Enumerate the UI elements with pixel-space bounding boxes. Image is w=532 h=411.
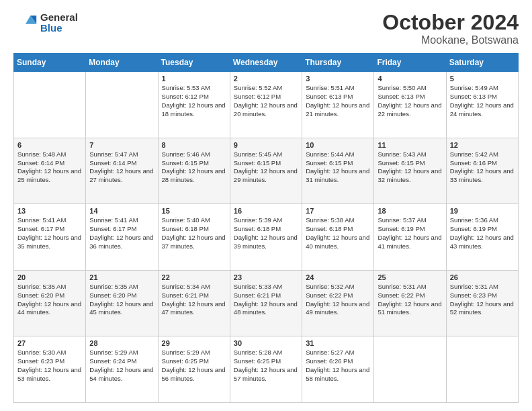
day-info: Sunrise: 5:53 AM Sunset: 6:12 PM Dayligh…	[162, 84, 226, 118]
day-cell: 29Sunrise: 5:29 AM Sunset: 6:25 PM Dayli…	[158, 336, 230, 403]
day-info: Sunrise: 5:45 AM Sunset: 6:15 PM Dayligh…	[234, 150, 298, 185]
day-info: Sunrise: 5:40 AM Sunset: 6:18 PM Dayligh…	[162, 216, 226, 250]
day-number: 1	[162, 75, 226, 83]
day-number: 11	[378, 141, 442, 149]
day-cell: 30Sunrise: 5:28 AM Sunset: 6:25 PM Dayli…	[230, 336, 302, 403]
day-number: 5	[450, 75, 515, 83]
day-number: 16	[234, 207, 298, 215]
day-number: 22	[162, 273, 226, 281]
day-info: Sunrise: 5:35 AM Sunset: 6:20 PM Dayligh…	[17, 283, 82, 317]
day-cell: 31Sunrise: 5:27 AM Sunset: 6:26 PM Dayli…	[302, 336, 374, 403]
page: General Blue October 2024 Mookane, Botsw…	[0, 0, 532, 411]
week-row-5: 27Sunrise: 5:30 AM Sunset: 6:23 PM Dayli…	[14, 336, 519, 403]
day-info: Sunrise: 5:48 AM Sunset: 6:14 PM Dayligh…	[17, 150, 82, 185]
day-info: Sunrise: 5:28 AM Sunset: 6:25 PM Dayligh…	[234, 349, 298, 383]
day-info: Sunrise: 5:31 AM Sunset: 6:22 PM Dayligh…	[378, 283, 442, 317]
day-number: 20	[17, 273, 82, 281]
day-cell: 21Sunrise: 5:35 AM Sunset: 6:20 PM Dayli…	[86, 270, 158, 336]
day-cell: 15Sunrise: 5:40 AM Sunset: 6:18 PM Dayli…	[158, 204, 230, 271]
day-cell: 2Sunrise: 5:52 AM Sunset: 6:12 PM Daylig…	[230, 72, 302, 138]
day-header-tuesday: Tuesday	[158, 54, 230, 72]
day-info: Sunrise: 5:41 AM Sunset: 6:17 PM Dayligh…	[89, 216, 154, 250]
day-cell: 8Sunrise: 5:46 AM Sunset: 6:15 PM Daylig…	[158, 138, 230, 204]
day-number: 4	[378, 75, 442, 83]
day-cell: 6Sunrise: 5:48 AM Sunset: 6:14 PM Daylig…	[14, 138, 86, 204]
logo-blue: Blue	[40, 23, 78, 34]
day-info: Sunrise: 5:49 AM Sunset: 6:13 PM Dayligh…	[450, 84, 515, 118]
day-number: 9	[234, 141, 298, 149]
day-number: 15	[162, 207, 226, 215]
day-info: Sunrise: 5:30 AM Sunset: 6:23 PM Dayligh…	[17, 349, 82, 383]
day-header-saturday: Saturday	[446, 54, 518, 72]
day-cell: 17Sunrise: 5:38 AM Sunset: 6:18 PM Dayli…	[302, 204, 374, 271]
day-number: 30	[234, 339, 298, 347]
day-header-sunday: Sunday	[14, 54, 86, 72]
day-header-thursday: Thursday	[302, 54, 374, 72]
day-info: Sunrise: 5:44 AM Sunset: 6:15 PM Dayligh…	[306, 150, 370, 185]
day-number: 10	[306, 141, 370, 149]
day-cell: 16Sunrise: 5:39 AM Sunset: 6:18 PM Dayli…	[230, 204, 302, 271]
day-info: Sunrise: 5:50 AM Sunset: 6:13 PM Dayligh…	[378, 84, 442, 118]
logo: General Blue	[13, 11, 78, 35]
day-cell: 27Sunrise: 5:30 AM Sunset: 6:23 PM Dayli…	[14, 336, 86, 403]
calendar-table: SundayMondayTuesdayWednesdayThursdayFrid…	[13, 53, 519, 403]
logo-text: General Blue	[40, 12, 78, 34]
day-header-wednesday: Wednesday	[230, 54, 302, 72]
day-info: Sunrise: 5:43 AM Sunset: 6:15 PM Dayligh…	[378, 150, 442, 185]
day-cell: 11Sunrise: 5:43 AM Sunset: 6:15 PM Dayli…	[374, 138, 446, 204]
day-cell: 12Sunrise: 5:42 AM Sunset: 6:16 PM Dayli…	[446, 138, 518, 204]
day-number: 12	[450, 141, 515, 149]
day-info: Sunrise: 5:33 AM Sunset: 6:21 PM Dayligh…	[234, 283, 298, 317]
calendar-header-row: SundayMondayTuesdayWednesdayThursdayFrid…	[14, 54, 519, 72]
day-number: 27	[17, 339, 82, 347]
day-cell: 25Sunrise: 5:31 AM Sunset: 6:22 PM Dayli…	[374, 270, 446, 336]
day-number: 26	[450, 273, 515, 281]
day-cell: 1Sunrise: 5:53 AM Sunset: 6:12 PM Daylig…	[158, 72, 230, 138]
day-number: 6	[17, 141, 82, 149]
calendar-title: October 2024	[382, 11, 519, 34]
day-info: Sunrise: 5:31 AM Sunset: 6:23 PM Dayligh…	[450, 283, 515, 317]
day-info: Sunrise: 5:38 AM Sunset: 6:18 PM Dayligh…	[306, 216, 370, 250]
day-cell: 9Sunrise: 5:45 AM Sunset: 6:15 PM Daylig…	[230, 138, 302, 204]
day-cell: 4Sunrise: 5:50 AM Sunset: 6:13 PM Daylig…	[374, 72, 446, 138]
day-info: Sunrise: 5:46 AM Sunset: 6:15 PM Dayligh…	[162, 150, 226, 185]
day-info: Sunrise: 5:35 AM Sunset: 6:20 PM Dayligh…	[89, 283, 154, 317]
logo-general: General	[40, 12, 78, 24]
day-header-monday: Monday	[86, 54, 158, 72]
day-info: Sunrise: 5:27 AM Sunset: 6:26 PM Dayligh…	[306, 349, 370, 383]
logo-icon	[13, 11, 38, 35]
day-number: 3	[306, 75, 370, 83]
day-number: 18	[378, 207, 442, 215]
title-block: October 2024 Mookane, Botswana	[382, 11, 519, 46]
day-number: 7	[89, 141, 154, 149]
day-number: 14	[89, 207, 154, 215]
day-info: Sunrise: 5:36 AM Sunset: 6:19 PM Dayligh…	[450, 216, 515, 250]
day-cell: 10Sunrise: 5:44 AM Sunset: 6:15 PM Dayli…	[302, 138, 374, 204]
calendar-body: 1Sunrise: 5:53 AM Sunset: 6:12 PM Daylig…	[14, 72, 519, 403]
day-cell	[374, 336, 446, 403]
day-cell: 13Sunrise: 5:41 AM Sunset: 6:17 PM Dayli…	[14, 204, 86, 271]
day-info: Sunrise: 5:39 AM Sunset: 6:18 PM Dayligh…	[234, 216, 298, 250]
day-cell	[446, 336, 518, 403]
day-info: Sunrise: 5:29 AM Sunset: 6:25 PM Dayligh…	[162, 349, 226, 383]
day-number: 24	[306, 273, 370, 281]
day-info: Sunrise: 5:29 AM Sunset: 6:24 PM Dayligh…	[89, 349, 154, 383]
day-info: Sunrise: 5:37 AM Sunset: 6:19 PM Dayligh…	[378, 216, 442, 250]
header: General Blue October 2024 Mookane, Botsw…	[13, 11, 519, 46]
day-info: Sunrise: 5:52 AM Sunset: 6:12 PM Dayligh…	[234, 84, 298, 118]
day-cell: 18Sunrise: 5:37 AM Sunset: 6:19 PM Dayli…	[374, 204, 446, 271]
day-number: 31	[306, 339, 370, 347]
day-number: 28	[89, 339, 154, 347]
day-info: Sunrise: 5:47 AM Sunset: 6:14 PM Dayligh…	[89, 150, 154, 185]
day-cell	[14, 72, 86, 138]
day-number: 8	[162, 141, 226, 149]
day-info: Sunrise: 5:42 AM Sunset: 6:16 PM Dayligh…	[450, 150, 515, 185]
day-info: Sunrise: 5:34 AM Sunset: 6:21 PM Dayligh…	[162, 283, 226, 317]
day-info: Sunrise: 5:51 AM Sunset: 6:13 PM Dayligh…	[306, 84, 370, 118]
day-cell: 23Sunrise: 5:33 AM Sunset: 6:21 PM Dayli…	[230, 270, 302, 336]
day-cell	[86, 72, 158, 138]
day-cell: 3Sunrise: 5:51 AM Sunset: 6:13 PM Daylig…	[302, 72, 374, 138]
week-row-3: 13Sunrise: 5:41 AM Sunset: 6:17 PM Dayli…	[14, 204, 519, 271]
day-cell: 28Sunrise: 5:29 AM Sunset: 6:24 PM Dayli…	[86, 336, 158, 403]
day-cell: 20Sunrise: 5:35 AM Sunset: 6:20 PM Dayli…	[14, 270, 86, 336]
